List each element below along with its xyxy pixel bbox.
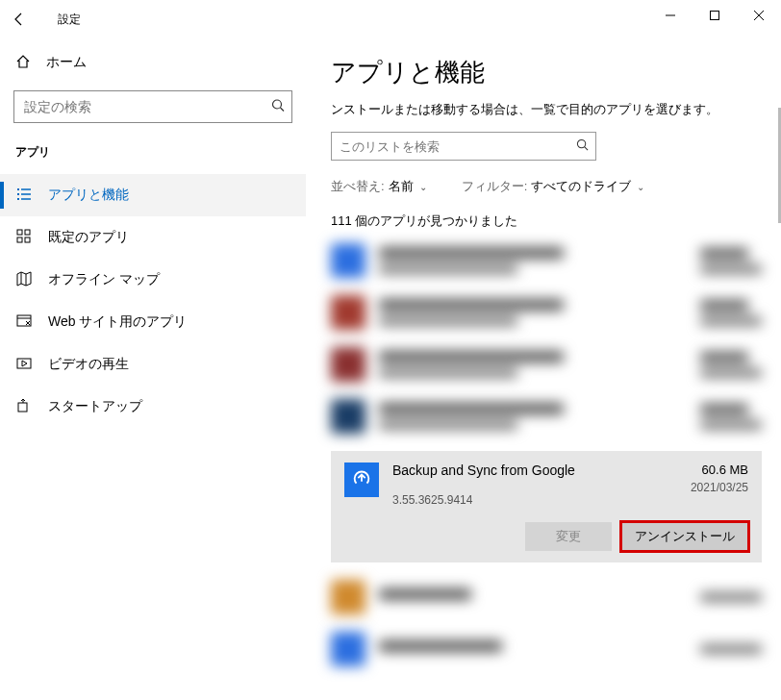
sidebar-item-video-playback[interactable]: ビデオの再生 xyxy=(0,343,306,386)
selected-app-name: Backup and Sync from Google xyxy=(392,462,677,478)
svg-line-25 xyxy=(585,147,588,150)
sidebar-category-label: アプリ xyxy=(0,138,306,174)
maximize-button[interactable] xyxy=(693,0,737,31)
search-icon xyxy=(576,138,589,154)
page-subtitle: ンストールまたは移動する場合は、一覧で目的のアプリを選びます。 xyxy=(331,101,762,118)
minimize-button[interactable] xyxy=(648,0,693,31)
sidebar-item-label: 既定のアプリ xyxy=(48,229,129,246)
list-item xyxy=(331,399,762,434)
svg-rect-23 xyxy=(18,403,27,412)
selected-app-size: 60.6 MB xyxy=(691,462,748,477)
grid-icon xyxy=(15,229,33,247)
selected-app-version: 3.55.3625.9414 xyxy=(392,493,677,507)
filter-value: すべてのドライブ xyxy=(531,178,631,195)
selected-app-panel[interactable]: Backup and Sync from Google 3.55.3625.94… xyxy=(331,451,762,562)
page-title: アプリと機能 xyxy=(331,56,762,89)
app-icon xyxy=(344,462,379,497)
sort-value: 名前 xyxy=(389,178,414,195)
list-item xyxy=(331,243,762,278)
filters-row: 並べ替え: 名前 ⌄ フィルター: すべてのドライブ ⌄ xyxy=(331,178,762,195)
selected-app-date: 2021/03/25 xyxy=(691,481,748,494)
list-item xyxy=(331,632,762,666)
svg-rect-12 xyxy=(17,230,22,235)
titlebar-title: 設定 xyxy=(58,12,81,28)
sidebar-item-label: Web サイト用のアプリ xyxy=(48,313,187,331)
sort-dropdown[interactable]: 並べ替え: 名前 ⌄ xyxy=(331,178,427,195)
chevron-down-icon: ⌄ xyxy=(419,182,427,192)
video-icon xyxy=(15,356,33,374)
modify-button: 変更 xyxy=(525,522,612,551)
map-icon xyxy=(15,271,33,289)
window-controls xyxy=(648,0,781,31)
settings-search-wrap xyxy=(13,90,292,123)
startup-icon xyxy=(15,398,33,416)
titlebar: 設定 xyxy=(0,0,781,38)
sidebar-item-label: スタートアップ xyxy=(48,398,142,415)
sort-label: 並べ替え: xyxy=(331,178,385,195)
svg-point-4 xyxy=(273,100,282,109)
list-item xyxy=(331,295,762,330)
sidebar-item-label: アプリと機能 xyxy=(48,187,129,204)
svg-rect-15 xyxy=(25,238,30,242)
app-count-text: 111 個のアプリが見つかりました xyxy=(331,212,762,230)
home-icon xyxy=(15,54,33,72)
sidebar-item-offline-maps[interactable]: オフライン マップ xyxy=(0,259,306,301)
sidebar-item-apps-features[interactable]: アプリと機能 xyxy=(0,174,306,216)
svg-line-5 xyxy=(281,108,285,112)
svg-rect-8 xyxy=(17,198,19,200)
filter-label: フィルター: xyxy=(462,178,528,195)
svg-rect-6 xyxy=(17,188,19,190)
sidebar-item-label: オフライン マップ xyxy=(48,271,160,288)
website-icon xyxy=(15,313,33,332)
app-list-search-wrap xyxy=(331,132,596,161)
blurred-app-list-bottom xyxy=(331,580,762,666)
list-icon xyxy=(15,187,33,205)
search-icon xyxy=(271,99,285,115)
svg-rect-1 xyxy=(711,12,719,20)
svg-rect-22 xyxy=(17,359,31,368)
sidebar-item-default-apps[interactable]: 既定のアプリ xyxy=(0,216,306,259)
svg-rect-13 xyxy=(25,230,30,235)
back-button[interactable] xyxy=(0,0,38,38)
blurred-app-list-top xyxy=(331,243,762,434)
svg-rect-14 xyxy=(17,238,22,242)
sidebar: ホーム アプリ アプリと機能 既定のアプリ オフライン マップ xyxy=(0,38,306,700)
sidebar-item-label: ビデオの再生 xyxy=(48,356,129,373)
home-label: ホーム xyxy=(46,54,87,71)
home-link[interactable]: ホーム xyxy=(0,42,306,83)
close-button[interactable] xyxy=(737,0,781,31)
app-list-search-input[interactable] xyxy=(331,132,596,161)
content-area: アプリと機能 ンストールまたは移動する場合は、一覧で目的のアプリを選びます。 並… xyxy=(306,38,781,700)
svg-point-24 xyxy=(577,139,585,147)
list-item xyxy=(331,580,762,614)
settings-search-input[interactable] xyxy=(13,90,292,123)
filter-dropdown[interactable]: フィルター: すべてのドライブ ⌄ xyxy=(462,178,645,195)
chevron-down-icon: ⌄ xyxy=(637,182,644,192)
sidebar-item-startup[interactable]: スタートアップ xyxy=(0,386,306,428)
uninstall-button[interactable]: アンインストール xyxy=(621,522,748,551)
list-item xyxy=(331,347,762,382)
svg-rect-7 xyxy=(17,193,19,195)
sidebar-item-apps-for-websites[interactable]: Web サイト用のアプリ xyxy=(0,301,306,343)
